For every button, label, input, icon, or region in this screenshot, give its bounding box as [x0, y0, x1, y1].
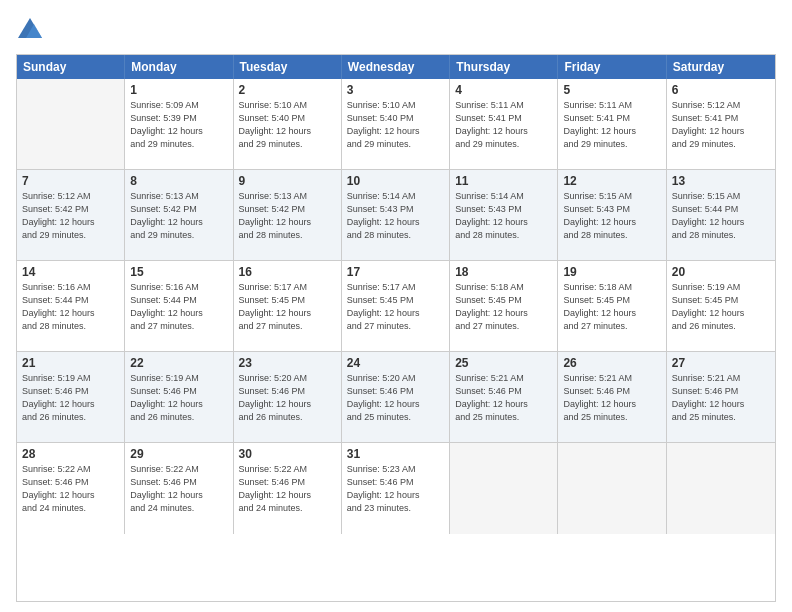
- calendar-header: SundayMondayTuesdayWednesdayThursdayFrid…: [17, 55, 775, 79]
- day-header-monday: Monday: [125, 55, 233, 79]
- day-cell: 16Sunrise: 5:17 AMSunset: 5:45 PMDayligh…: [234, 261, 342, 351]
- day-cell: 13Sunrise: 5:15 AMSunset: 5:44 PMDayligh…: [667, 170, 775, 260]
- day-info: Sunrise: 5:19 AMSunset: 5:46 PMDaylight:…: [22, 372, 119, 424]
- day-number: 2: [239, 83, 336, 97]
- day-info: Sunrise: 5:21 AMSunset: 5:46 PMDaylight:…: [563, 372, 660, 424]
- day-info: Sunrise: 5:15 AMSunset: 5:43 PMDaylight:…: [563, 190, 660, 242]
- day-cell: 2Sunrise: 5:10 AMSunset: 5:40 PMDaylight…: [234, 79, 342, 169]
- day-cell: 6Sunrise: 5:12 AMSunset: 5:41 PMDaylight…: [667, 79, 775, 169]
- day-cell: 7Sunrise: 5:12 AMSunset: 5:42 PMDaylight…: [17, 170, 125, 260]
- day-number: 4: [455, 83, 552, 97]
- day-info: Sunrise: 5:22 AMSunset: 5:46 PMDaylight:…: [22, 463, 119, 515]
- header: [16, 16, 776, 44]
- day-number: 7: [22, 174, 119, 188]
- day-cell: 17Sunrise: 5:17 AMSunset: 5:45 PMDayligh…: [342, 261, 450, 351]
- day-header-sunday: Sunday: [17, 55, 125, 79]
- day-cell: 15Sunrise: 5:16 AMSunset: 5:44 PMDayligh…: [125, 261, 233, 351]
- day-info: Sunrise: 5:10 AMSunset: 5:40 PMDaylight:…: [239, 99, 336, 151]
- day-header-thursday: Thursday: [450, 55, 558, 79]
- day-info: Sunrise: 5:13 AMSunset: 5:42 PMDaylight:…: [239, 190, 336, 242]
- day-number: 21: [22, 356, 119, 370]
- calendar-body: 1Sunrise: 5:09 AMSunset: 5:39 PMDaylight…: [17, 79, 775, 534]
- day-number: 12: [563, 174, 660, 188]
- day-number: 20: [672, 265, 770, 279]
- day-number: 5: [563, 83, 660, 97]
- day-number: 30: [239, 447, 336, 461]
- day-cell: 28Sunrise: 5:22 AMSunset: 5:46 PMDayligh…: [17, 443, 125, 534]
- week-row-5: 28Sunrise: 5:22 AMSunset: 5:46 PMDayligh…: [17, 443, 775, 534]
- day-number: 13: [672, 174, 770, 188]
- day-cell: 8Sunrise: 5:13 AMSunset: 5:42 PMDaylight…: [125, 170, 233, 260]
- day-number: 3: [347, 83, 444, 97]
- logo: [16, 16, 48, 44]
- day-number: 25: [455, 356, 552, 370]
- day-info: Sunrise: 5:19 AMSunset: 5:46 PMDaylight:…: [130, 372, 227, 424]
- day-info: Sunrise: 5:18 AMSunset: 5:45 PMDaylight:…: [563, 281, 660, 333]
- day-cell: 25Sunrise: 5:21 AMSunset: 5:46 PMDayligh…: [450, 352, 558, 442]
- day-info: Sunrise: 5:22 AMSunset: 5:46 PMDaylight:…: [239, 463, 336, 515]
- week-row-4: 21Sunrise: 5:19 AMSunset: 5:46 PMDayligh…: [17, 352, 775, 443]
- day-cell: [558, 443, 666, 534]
- day-number: 1: [130, 83, 227, 97]
- day-cell: 20Sunrise: 5:19 AMSunset: 5:45 PMDayligh…: [667, 261, 775, 351]
- day-number: 10: [347, 174, 444, 188]
- day-info: Sunrise: 5:14 AMSunset: 5:43 PMDaylight:…: [347, 190, 444, 242]
- day-cell: 21Sunrise: 5:19 AMSunset: 5:46 PMDayligh…: [17, 352, 125, 442]
- day-info: Sunrise: 5:23 AMSunset: 5:46 PMDaylight:…: [347, 463, 444, 515]
- day-info: Sunrise: 5:18 AMSunset: 5:45 PMDaylight:…: [455, 281, 552, 333]
- day-number: 14: [22, 265, 119, 279]
- day-info: Sunrise: 5:22 AMSunset: 5:46 PMDaylight:…: [130, 463, 227, 515]
- day-cell: 12Sunrise: 5:15 AMSunset: 5:43 PMDayligh…: [558, 170, 666, 260]
- day-info: Sunrise: 5:21 AMSunset: 5:46 PMDaylight:…: [455, 372, 552, 424]
- week-row-1: 1Sunrise: 5:09 AMSunset: 5:39 PMDaylight…: [17, 79, 775, 170]
- day-number: 11: [455, 174, 552, 188]
- day-cell: 18Sunrise: 5:18 AMSunset: 5:45 PMDayligh…: [450, 261, 558, 351]
- day-number: 24: [347, 356, 444, 370]
- day-cell: [667, 443, 775, 534]
- day-cell: [450, 443, 558, 534]
- day-info: Sunrise: 5:11 AMSunset: 5:41 PMDaylight:…: [563, 99, 660, 151]
- day-number: 31: [347, 447, 444, 461]
- day-info: Sunrise: 5:17 AMSunset: 5:45 PMDaylight:…: [239, 281, 336, 333]
- day-number: 16: [239, 265, 336, 279]
- day-header-tuesday: Tuesday: [234, 55, 342, 79]
- day-number: 26: [563, 356, 660, 370]
- day-cell: 22Sunrise: 5:19 AMSunset: 5:46 PMDayligh…: [125, 352, 233, 442]
- day-number: 19: [563, 265, 660, 279]
- day-number: 17: [347, 265, 444, 279]
- day-number: 18: [455, 265, 552, 279]
- day-cell: [17, 79, 125, 169]
- day-info: Sunrise: 5:12 AMSunset: 5:41 PMDaylight:…: [672, 99, 770, 151]
- day-info: Sunrise: 5:09 AMSunset: 5:39 PMDaylight:…: [130, 99, 227, 151]
- day-number: 28: [22, 447, 119, 461]
- day-info: Sunrise: 5:12 AMSunset: 5:42 PMDaylight:…: [22, 190, 119, 242]
- day-number: 23: [239, 356, 336, 370]
- day-info: Sunrise: 5:21 AMSunset: 5:46 PMDaylight:…: [672, 372, 770, 424]
- day-cell: 26Sunrise: 5:21 AMSunset: 5:46 PMDayligh…: [558, 352, 666, 442]
- day-info: Sunrise: 5:11 AMSunset: 5:41 PMDaylight:…: [455, 99, 552, 151]
- day-number: 8: [130, 174, 227, 188]
- day-cell: 30Sunrise: 5:22 AMSunset: 5:46 PMDayligh…: [234, 443, 342, 534]
- day-number: 22: [130, 356, 227, 370]
- logo-icon: [16, 16, 44, 44]
- day-cell: 4Sunrise: 5:11 AMSunset: 5:41 PMDaylight…: [450, 79, 558, 169]
- day-info: Sunrise: 5:17 AMSunset: 5:45 PMDaylight:…: [347, 281, 444, 333]
- day-info: Sunrise: 5:20 AMSunset: 5:46 PMDaylight:…: [239, 372, 336, 424]
- day-number: 15: [130, 265, 227, 279]
- day-info: Sunrise: 5:13 AMSunset: 5:42 PMDaylight:…: [130, 190, 227, 242]
- day-number: 29: [130, 447, 227, 461]
- day-info: Sunrise: 5:16 AMSunset: 5:44 PMDaylight:…: [130, 281, 227, 333]
- day-number: 27: [672, 356, 770, 370]
- day-cell: 24Sunrise: 5:20 AMSunset: 5:46 PMDayligh…: [342, 352, 450, 442]
- day-number: 6: [672, 83, 770, 97]
- day-cell: 29Sunrise: 5:22 AMSunset: 5:46 PMDayligh…: [125, 443, 233, 534]
- day-info: Sunrise: 5:20 AMSunset: 5:46 PMDaylight:…: [347, 372, 444, 424]
- day-cell: 3Sunrise: 5:10 AMSunset: 5:40 PMDaylight…: [342, 79, 450, 169]
- day-info: Sunrise: 5:19 AMSunset: 5:45 PMDaylight:…: [672, 281, 770, 333]
- day-info: Sunrise: 5:15 AMSunset: 5:44 PMDaylight:…: [672, 190, 770, 242]
- day-cell: 10Sunrise: 5:14 AMSunset: 5:43 PMDayligh…: [342, 170, 450, 260]
- day-header-saturday: Saturday: [667, 55, 775, 79]
- day-cell: 19Sunrise: 5:18 AMSunset: 5:45 PMDayligh…: [558, 261, 666, 351]
- day-header-wednesday: Wednesday: [342, 55, 450, 79]
- day-number: 9: [239, 174, 336, 188]
